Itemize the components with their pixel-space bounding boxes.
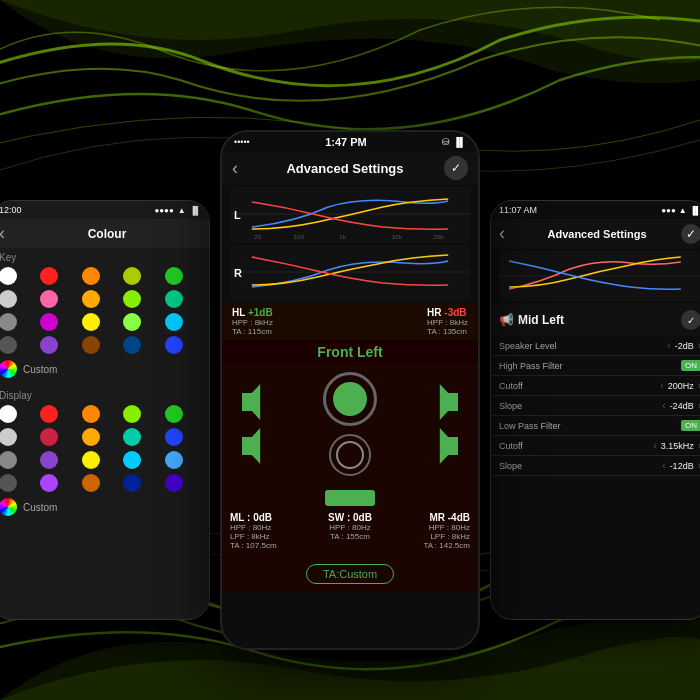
disp-lblue[interactable] — [165, 451, 183, 469]
mid-left-header: 📢 Mid Left ✓ — [491, 304, 700, 336]
battery-icon: ▐▌ — [453, 137, 466, 147]
color-light-gray[interactable] — [0, 290, 17, 308]
sw-value: : 0dB — [347, 512, 372, 523]
spk-center-icon — [323, 372, 377, 426]
color-green[interactable] — [165, 267, 183, 285]
hpf-slope-row[interactable]: Slope ‹ -24dB › — [491, 396, 700, 416]
disp-red[interactable] — [40, 405, 58, 423]
disp-indigo[interactable] — [165, 474, 183, 492]
disp-orange[interactable] — [82, 405, 100, 423]
hr-stats: HR -3dB HPF : 8kHz TA : 135cm — [427, 307, 468, 336]
key-custom-label: Custom — [23, 364, 57, 375]
mr-label: MR — [429, 512, 445, 523]
key-color-grid — [0, 267, 201, 354]
ta-badge-area: TA:Custom — [222, 556, 478, 592]
hl-stats: HL +1dB HPF : 8kHz TA : 115cm — [232, 307, 273, 336]
phone-left: 12:00 ●●●● ▲ ▐▌ ‹ Colour Key — [0, 200, 210, 620]
disp-lgray[interactable] — [0, 428, 17, 446]
ml-label: ML — [230, 512, 244, 523]
hpf-row[interactable]: High Pass Filter ON — [491, 356, 700, 376]
disp-yellow[interactable] — [82, 451, 100, 469]
sw-label: SW — [328, 512, 344, 523]
display-custom-row: Custom — [0, 498, 201, 516]
color-blue[interactable] — [165, 336, 183, 354]
speaker-left-mid — [242, 428, 270, 464]
lpf-slope-row[interactable]: Slope ‹ -12dB › — [491, 456, 700, 476]
disp-dorange[interactable] — [82, 474, 100, 492]
disp-navy[interactable] — [123, 474, 141, 492]
right-check-button[interactable]: ✓ — [681, 224, 700, 244]
color-magenta[interactable] — [40, 313, 58, 331]
hpf-cutoff-value-group: ‹ 200Hz › — [660, 380, 700, 391]
disp-dgray[interactable] — [0, 474, 17, 492]
mr-lpf: LPF : 8kHz — [423, 532, 470, 541]
lpf-cutoff-value: 3.15kHz — [661, 441, 694, 451]
color-gray[interactable] — [0, 313, 17, 331]
color-white[interactable] — [0, 267, 17, 285]
color-purple[interactable] — [40, 336, 58, 354]
display-custom-label: Custom — [23, 502, 57, 513]
disp-white[interactable] — [0, 405, 17, 423]
hpf-cutoff-row[interactable]: Cutoff ‹ 200Hz › — [491, 376, 700, 396]
left-back-button[interactable]: ‹ — [0, 223, 5, 244]
display-color-grid — [0, 405, 201, 492]
disp-lime[interactable] — [123, 405, 141, 423]
lpf-cutoff-chevron-left[interactable]: ‹ — [653, 440, 656, 451]
right-check-circle[interactable]: ✓ — [681, 310, 700, 330]
cutoff-chevron-left[interactable]: ‹ — [660, 380, 663, 391]
speaker-diagram — [222, 364, 478, 484]
disp-violet[interactable] — [40, 474, 58, 492]
color-teal[interactable] — [165, 290, 183, 308]
color-yellow[interactable] — [82, 313, 100, 331]
sw-hpf: HPF : 80Hz — [328, 523, 372, 532]
key-title: Key — [0, 252, 201, 263]
color-light-green[interactable] — [123, 313, 141, 331]
disp-gray[interactable] — [0, 451, 17, 469]
disp-blue[interactable] — [165, 428, 183, 446]
speaker-center-area — [323, 372, 377, 476]
right-eq-svg — [499, 251, 700, 301]
color-yellow-green[interactable] — [123, 267, 141, 285]
disp-cyan[interactable] — [123, 451, 141, 469]
right-back-button[interactable]: ‹ — [499, 223, 505, 244]
lpf-label: Low Pass Filter — [499, 421, 561, 431]
key-custom-dot[interactable] — [0, 360, 17, 378]
color-red[interactable] — [40, 267, 58, 285]
right-status-bar: 11:07 AM ●●● ▲ ▐▌ — [491, 201, 700, 219]
lpf-cutoff-row[interactable]: Cutoff ‹ 3.15kHz › — [491, 436, 700, 456]
disp-teal[interactable] — [123, 428, 141, 446]
hr-label: HR — [427, 307, 441, 318]
right-nav-bar: ‹ Advanced Settings ✓ — [491, 219, 700, 248]
disp-purple[interactable] — [40, 451, 58, 469]
mr-stats: MR -4dB HPF : 80Hz LPF : 8kHz TA : 142.5… — [423, 512, 470, 550]
svg-text:20k: 20k — [433, 233, 444, 240]
display-custom-dot[interactable] — [0, 498, 17, 516]
speaker-level-row[interactable]: Speaker Level ‹ -2dB › — [491, 336, 700, 356]
disp-amber[interactable] — [82, 428, 100, 446]
slope-chevron-left[interactable]: ‹ — [662, 400, 665, 411]
center-back-button[interactable]: ‹ — [232, 158, 238, 179]
chevron-left-icon[interactable]: ‹ — [667, 340, 670, 351]
color-pink[interactable] — [40, 290, 58, 308]
right-eq-graph — [499, 251, 700, 301]
spk-outline-2 — [329, 434, 371, 476]
color-dark-gray[interactable] — [0, 336, 17, 354]
left-nav-title: Colour — [13, 227, 201, 241]
color-blue-green[interactable] — [123, 336, 141, 354]
color-orange[interactable] — [82, 267, 100, 285]
color-cyan[interactable] — [165, 313, 183, 331]
color-brown[interactable] — [82, 336, 100, 354]
color-lime[interactable] — [123, 290, 141, 308]
color-amber[interactable] — [82, 290, 100, 308]
lpf-slope-chevron-left[interactable]: ‹ — [662, 460, 665, 471]
hr-hpf: HPF : 8kHz — [427, 318, 468, 327]
disp-dred[interactable] — [40, 428, 58, 446]
disp-green[interactable] — [165, 405, 183, 423]
hl-hr-section: HL +1dB HPF : 8kHz TA : 115cm HR -3dB HP… — [222, 303, 478, 340]
center-check-button[interactable]: ✓ — [444, 156, 468, 180]
lpf-row[interactable]: Low Pass Filter ON — [491, 416, 700, 436]
hpf-slope-value: -24dB — [670, 401, 694, 411]
svg-text:1k: 1k — [339, 233, 347, 240]
ta-custom-badge[interactable]: TA:Custom — [306, 564, 394, 584]
svg-text:10k: 10k — [391, 233, 402, 240]
